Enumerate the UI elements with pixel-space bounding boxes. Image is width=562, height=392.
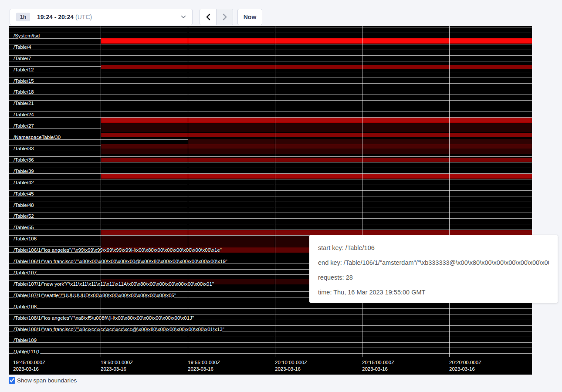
- heat-band[interactable]: [101, 158, 532, 162]
- row-label: /Table/33: [14, 146, 34, 152]
- x-axis-tick-time: 20:15:00.000Z: [362, 359, 394, 366]
- row-label: /Table/24: [14, 112, 34, 118]
- row-label: /Table/7: [14, 56, 31, 61]
- row-label: /Table/48: [14, 203, 34, 208]
- show-span-boundaries-label: Show span boundaries: [17, 377, 77, 384]
- row-label: /Table/106: [14, 236, 37, 242]
- heat-band[interactable]: [101, 133, 532, 137]
- tooltip-end-key: end key: /Table/106/1/"amsterdam"/"\xb33…: [318, 255, 549, 270]
- time-range-duration-badge: 1h: [16, 13, 30, 21]
- row-label: /Table/12: [14, 67, 34, 73]
- row-label: /Table/21: [14, 101, 34, 106]
- x-axis-tick: 19:55:00.000Z2023-03-16: [188, 359, 220, 372]
- prev-time-button[interactable]: [200, 9, 216, 25]
- row-label: /Table/39: [14, 169, 34, 174]
- key-visualizer-canvas[interactable]: /System/tsd/Table/4/Table/7/Table/12/Tab…: [9, 26, 532, 375]
- chevron-down-icon: [181, 15, 186, 19]
- time-gridline: [101, 26, 101, 357]
- x-axis-tick: 20:20:00.000Z2023-03-16: [449, 359, 481, 372]
- x-axis-tick-date: 2023-03-16: [449, 366, 481, 372]
- heat-band[interactable]: [101, 230, 532, 235]
- x-axis-tick-date: 2023-03-16: [275, 366, 307, 372]
- row-label: /Table/36: [14, 157, 34, 163]
- x-axis-tick-time: 20:20:00.000Z: [449, 359, 481, 366]
- heat-band[interactable]: [101, 174, 532, 179]
- row-label: /Table/42: [14, 180, 34, 186]
- tooltip-time: time: Thu, 16 Mar 2023 19:55:00 GMT: [318, 285, 549, 300]
- heat-band[interactable]: [101, 149, 532, 154]
- x-axis-tick: 19:50:00.000Z2023-03-16: [101, 359, 133, 372]
- x-axis-tick-date: 2023-03-16: [188, 366, 220, 372]
- x-axis-tick-date: 2023-03-16: [101, 366, 133, 372]
- time-gridline: [188, 26, 188, 357]
- row-label: /Table/107/1/"new york"/"\x11\x11\x11\x1…: [14, 281, 214, 287]
- tooltip-start-key: start key: /Table/106: [318, 240, 549, 255]
- time-nav-button-group: [200, 9, 233, 25]
- heat-band[interactable]: [101, 144, 532, 149]
- row-label: /Table/106/1/"san francisco"/"\x80\x00\x…: [14, 259, 227, 264]
- next-time-button[interactable]: [216, 9, 233, 25]
- chevron-left-icon: [206, 14, 211, 20]
- x-axis-tick: 20:10:00.000Z2023-03-16: [275, 359, 307, 372]
- now-button[interactable]: Now: [237, 9, 262, 25]
- heat-band[interactable]: [101, 123, 532, 132]
- row-label: /Table/52: [14, 213, 34, 219]
- footer: Show span boundaries: [9, 377, 77, 384]
- time-gridline: [275, 26, 275, 357]
- time-gridline: [362, 26, 362, 357]
- time-gridline: [449, 26, 450, 357]
- row-label: /Table/108: [14, 304, 37, 310]
- time-range-value: 19:24 - 20:24: [37, 14, 74, 20]
- x-axis-tick: 19:45:00.000Z2023-03-16: [13, 359, 45, 372]
- chevron-right-icon: [222, 14, 227, 20]
- row-label: /Table/108/1/"san francisco"/"\x8c\xcc\x…: [14, 327, 224, 332]
- x-axis-tick-date: 2023-03-16: [362, 366, 394, 372]
- row-label: /Table/18: [14, 89, 34, 95]
- x-axis-tick-time: 19:50:00.000Z: [101, 359, 133, 366]
- row-label: /Table/27: [14, 123, 34, 129]
- x-axis-tick-time: 19:45:00.000Z: [13, 359, 45, 366]
- row-label: /Table/55: [14, 225, 34, 230]
- row-label: /Table/107/1/"seattle"/"UUUUUUD\x00\x80\…: [14, 293, 176, 298]
- row-label: /Table/107: [14, 270, 37, 276]
- time-range-timezone: (UTC): [75, 14, 92, 20]
- show-span-boundaries-checkbox[interactable]: [9, 377, 15, 384]
- x-axis-tick-time: 20:10:00.000Z: [275, 359, 307, 366]
- x-axis-tick: 20:15:00.000Z2023-03-16: [362, 359, 394, 372]
- heat-band[interactable]: [188, 139, 532, 144]
- row-label: /Table/109: [14, 338, 37, 343]
- row-label: /Table/45: [14, 191, 34, 197]
- x-axis-tick-time: 19:55:00.000Z: [188, 359, 220, 366]
- row-label: /System/tsd: [14, 33, 40, 39]
- row-label: /Table/108/1/"los angeles"/"\xa8\xf5\u00…: [14, 315, 194, 321]
- heat-band[interactable]: [101, 38, 532, 44]
- tooltip-requests: requests: 28: [318, 270, 549, 285]
- row-label: /Table/15: [14, 78, 34, 84]
- x-axis-tick-date: 2023-03-16: [13, 366, 45, 372]
- heat-band[interactable]: [101, 65, 532, 69]
- time-range-selector[interactable]: 1h 19:24 - 20:24(UTC): [10, 9, 193, 25]
- time-range-label: 19:24 - 20:24(UTC): [37, 14, 92, 20]
- row-label: /Table/111/1: [14, 349, 40, 355]
- heat-band[interactable]: [101, 118, 532, 123]
- row-label: /Table/106/1/"los angeles"/"\x99\x99\x99…: [14, 247, 222, 253]
- span-tooltip: start key: /Table/106 end key: /Table/10…: [309, 235, 558, 303]
- row-label: /Table/4: [14, 44, 31, 50]
- row-label: /NamespaceTable/30: [14, 135, 61, 140]
